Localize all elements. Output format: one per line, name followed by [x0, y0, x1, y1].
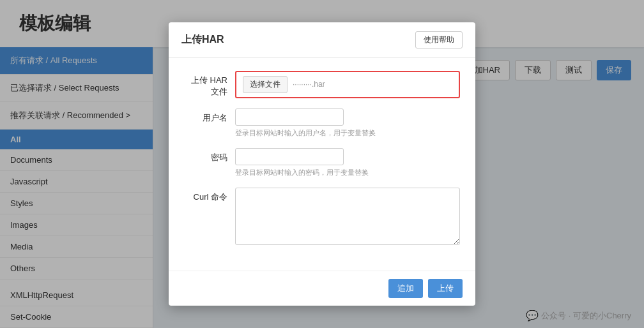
password-input[interactable]	[235, 148, 344, 165]
file-upload-row: 上传 HAR 文件 选择文件 ·········.har	[184, 71, 460, 98]
username-hint: 登录目标网站时输入的用户名，用于变量替换	[235, 128, 460, 138]
modal-overlay: 上传HAR 使用帮助 上传 HAR 文件 选择文件 ·········.har …	[0, 0, 644, 328]
modal-header: 上传HAR 使用帮助	[169, 22, 475, 58]
modal-title: 上传HAR	[181, 33, 224, 47]
modal-footer: 追加 上传	[169, 271, 475, 306]
upload-har-modal: 上传HAR 使用帮助 上传 HAR 文件 选择文件 ·········.har …	[169, 22, 475, 306]
password-control: 登录目标网站时输入的密码，用于变量替换	[235, 148, 460, 177]
modal-body: 上传 HAR 文件 选择文件 ·········.har 用户名 登录目标网站时…	[169, 58, 475, 271]
username-row: 用户名 登录目标网站时输入的用户名，用于变量替换	[184, 108, 460, 138]
modal-upload-button[interactable]: 上传	[428, 279, 463, 298]
password-label: 密码	[184, 148, 235, 163]
curl-textarea[interactable]	[235, 188, 460, 245]
file-select-button[interactable]: 选择文件	[243, 76, 288, 93]
username-control: 登录目标网站时输入的用户名，用于变量替换	[235, 108, 460, 138]
password-row: 密码 登录目标网站时输入的密码，用于变量替换	[184, 148, 460, 177]
password-hint: 登录目标网站时输入的密码，用于变量替换	[235, 168, 460, 177]
modal-help-button[interactable]: 使用帮助	[415, 31, 463, 48]
username-input[interactable]	[235, 108, 344, 126]
file-name-display: ·········.har	[293, 80, 452, 89]
file-upload-control: 选择文件 ·········.har	[235, 71, 460, 98]
curl-label: Curl 命令	[184, 188, 235, 203]
file-upload-label: 上传 HAR 文件	[184, 71, 235, 98]
curl-control	[235, 188, 460, 248]
curl-row: Curl 命令	[184, 188, 460, 248]
modal-add-button[interactable]: 追加	[388, 279, 423, 298]
file-upload-box: 选择文件 ·········.har	[235, 71, 460, 98]
username-label: 用户名	[184, 108, 235, 124]
